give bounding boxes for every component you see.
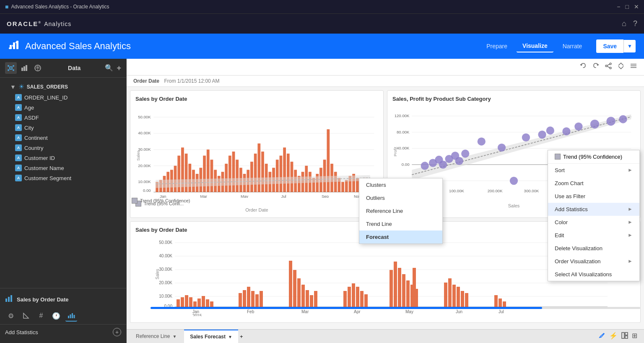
- undo-icon[interactable]: [579, 62, 587, 72]
- svg-rect-175: [206, 299, 209, 307]
- menu-order[interactable]: Order Visualization ►: [548, 255, 639, 268]
- svg-text:Sep: Sep: [322, 194, 329, 198]
- oracle-logo: ORACLE® Analytics: [7, 20, 71, 27]
- svg-rect-69: [229, 156, 231, 192]
- menu-select-all[interactable]: Select All Visualizations: [548, 268, 639, 281]
- share-icon[interactable]: [605, 62, 612, 72]
- field-name: City: [24, 125, 34, 131]
- field-customer-segment[interactable]: A Customer Segment: [0, 173, 126, 183]
- field-country[interactable]: A Country: [0, 143, 126, 153]
- submenu-clusters[interactable]: Clusters: [359, 178, 442, 191]
- hash-tool[interactable]: #: [35, 310, 47, 322]
- field-continent[interactable]: A Continent: [0, 133, 126, 143]
- close-btn[interactable]: ✕: [634, 3, 639, 10]
- search-icon[interactable]: 🔍: [105, 64, 113, 73]
- add-statistics-button[interactable]: +: [113, 328, 121, 336]
- svg-line-32: [607, 66, 610, 68]
- menu-sort-label: Sort: [555, 167, 565, 173]
- nav-links: Prepare Visualize Narrate: [480, 40, 588, 52]
- content-area: Order Date From 1/1/2015 12:00 AM Sales …: [127, 59, 644, 343]
- svg-point-3: [9, 47, 10, 49]
- field-customer-id[interactable]: A Customer ID: [0, 153, 126, 163]
- bar-chart-tool[interactable]: [65, 310, 77, 322]
- sidebar-header: Data 🔍 +: [0, 59, 126, 78]
- home-icon[interactable]: ⌂: [622, 19, 626, 28]
- nav-prepare[interactable]: Prepare: [480, 40, 513, 52]
- svg-rect-34: [631, 65, 636, 66]
- menu-edit[interactable]: Edit ►: [548, 229, 639, 242]
- svg-rect-68: [225, 164, 228, 192]
- svg-rect-208: [465, 293, 468, 307]
- svg-rect-85: [287, 154, 290, 192]
- gear-tool[interactable]: ⚙: [5, 310, 17, 322]
- menu-add-statistics[interactable]: Add Statistics ►: [548, 203, 639, 216]
- submenu-forecast[interactable]: Forecast: [359, 230, 442, 244]
- expand-icon[interactable]: [617, 62, 625, 72]
- add-icon[interactable]: +: [117, 64, 121, 73]
- tab-sales-forecast-arrow: ▼: [228, 335, 232, 339]
- nav-narrate[interactable]: Narrate: [557, 40, 588, 52]
- menu-zoom-chart[interactable]: Zoom Chart: [548, 177, 639, 190]
- redo-icon[interactable]: [592, 62, 600, 72]
- oracle-brand: ORACLE®: [7, 20, 42, 27]
- svg-rect-204: [448, 278, 452, 307]
- tab-sales-forecast-label: Sales Forecast: [190, 334, 226, 340]
- sidebar-top-icons: 🔍 +: [105, 64, 121, 73]
- field-city[interactable]: A City: [0, 123, 126, 133]
- field-age[interactable]: A Age: [0, 102, 126, 113]
- field-type-badge: A: [15, 175, 22, 181]
- datasource-node[interactable]: ▼ ☀ SALES_ORDERS: [0, 81, 126, 92]
- svg-point-145: [574, 123, 582, 131]
- svg-rect-78: [261, 152, 264, 192]
- save-dropdown-button[interactable]: ▼: [623, 40, 636, 52]
- svg-rect-168: [177, 299, 180, 307]
- nav-visualize[interactable]: Visualize: [517, 40, 553, 52]
- chart-svg-top-left: 50.00K 40.00K 30.00K 20.00K 10.00K 0.00 …: [135, 105, 378, 198]
- svg-text:2015: 2015: [192, 314, 202, 316]
- svg-rect-210: [499, 298, 502, 307]
- bottom-flash-icon[interactable]: ⚡: [609, 332, 618, 341]
- bottom-edit-icon[interactable]: [598, 332, 606, 341]
- menu-icon[interactable]: [630, 62, 637, 72]
- svg-rect-62: [203, 156, 206, 192]
- help-icon[interactable]: ?: [633, 19, 637, 28]
- menu-color[interactable]: Color ►: [548, 216, 639, 229]
- field-order-line-id[interactable]: A ORDER_LINE_ID: [0, 92, 126, 102]
- field-name: ORDER_LINE_ID: [24, 94, 68, 101]
- submenu-reference-line[interactable]: Reference Line: [359, 204, 442, 217]
- field-customer-name[interactable]: A Customer Name: [0, 163, 126, 173]
- data-tab[interactable]: [5, 62, 17, 74]
- field-type-badge: A: [15, 144, 22, 151]
- field-asdf[interactable]: A ASDF: [0, 113, 126, 123]
- bottom-expand-icon[interactable]: ⊞: [632, 332, 637, 341]
- add-tab-button[interactable]: +: [240, 333, 243, 340]
- menu-sort[interactable]: Sort ►: [548, 164, 639, 177]
- main-context-menu: Trend (95% Confidence) Sort ► Zoom Chart…: [548, 150, 640, 281]
- svg-text:10.00K: 10.00K: [138, 179, 151, 184]
- scatter-trend-label: Trend (95% Confidence): [140, 198, 190, 203]
- svg-line-31: [607, 64, 610, 65]
- visualize-tab[interactable]: [18, 62, 30, 74]
- svg-rect-193: [356, 287, 359, 307]
- scroll-handle-bottom[interactable]: [151, 307, 542, 309]
- clock-tool[interactable]: 🕐: [50, 310, 62, 322]
- svg-text:120.00K: 120.00K: [395, 113, 410, 118]
- bottom-panel-tools: ⚙ # 🕐: [0, 307, 126, 325]
- submenu-trend-line[interactable]: Trend Line: [359, 217, 442, 230]
- svg-text:0.00: 0.00: [402, 162, 410, 167]
- window-controls[interactable]: − □ ✕: [617, 3, 639, 10]
- analytics-tab[interactable]: [32, 62, 44, 74]
- maximize-btn[interactable]: □: [626, 3, 629, 10]
- corner-tool[interactable]: [20, 310, 32, 322]
- tab-reference-line[interactable]: Reference Line ▼: [130, 330, 182, 343]
- save-button[interactable]: Save: [596, 39, 623, 53]
- data-tree: ▼ ☀ SALES_ORDERS A ORDER_LINE_ID A Age A…: [0, 78, 126, 288]
- svg-point-137: [461, 149, 469, 157]
- bottom-layout-icon[interactable]: [621, 332, 628, 341]
- svg-point-147: [606, 117, 615, 126]
- submenu-outliers[interactable]: Outliers: [359, 191, 442, 204]
- tab-sales-forecast[interactable]: Sales Forecast ▼: [184, 330, 238, 343]
- menu-delete[interactable]: Delete Visualization: [548, 242, 639, 255]
- menu-use-as-filter[interactable]: Use as Filter: [548, 190, 639, 203]
- minimize-btn[interactable]: −: [617, 3, 620, 10]
